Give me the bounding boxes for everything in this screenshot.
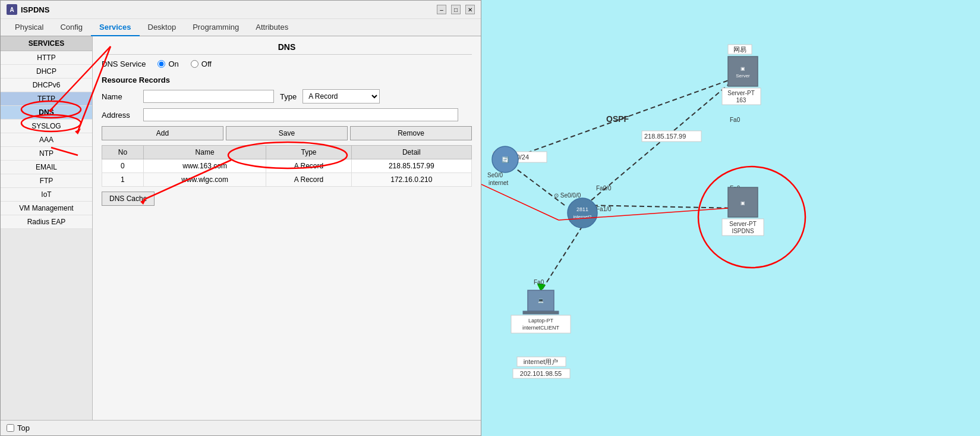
top-checkbox[interactable] [7,424,14,432]
svg-text:Fa0: Fa0 [730,117,740,123]
buttons-row: Add Save Remove [102,126,472,140]
svg-text:2811: 2811 [576,206,588,212]
svg-text:⊙ Se0/0/0: ⊙ Se0/0/0 [554,192,581,199]
col-no: No [102,146,144,159]
dns-cache-button[interactable]: DNS Cache [102,192,155,206]
tab-programming[interactable]: Programming [184,19,247,36]
service-item-aaa[interactable]: AAA [1,133,92,147]
services-sidebar: SERVICES HTTP DHCP DHCPv6 TFTP DNS SYSLO… [1,36,93,420]
name-type-row: Name Type A Record AAAA Record CNAME Rec… [102,89,472,103]
table-row: 1 www.wlgc.com A Record 172.16.0.210 [102,173,472,187]
dns-table: No Name Type Detail 0 www.163.com A Reco… [102,145,472,187]
svg-text:Fa0: Fa0 [534,279,544,286]
col-type: Type [266,146,351,159]
service-item-syslog[interactable]: SYSLOG [1,120,92,133]
remove-button[interactable]: Remove [350,126,472,140]
close-button[interactable]: ✕ [465,5,475,14]
save-button[interactable]: Save [226,126,348,140]
dns-title: DNS [102,42,472,55]
radio-off-input[interactable] [191,60,198,68]
row1-detail: 172.16.0.210 [351,173,471,187]
svg-text:Laptop-PT: Laptop-PT [528,318,554,324]
bottom-bar: Top [1,420,481,435]
row1-name: www.wlgc.com [143,173,266,187]
svg-text:202.101.98.55: 202.101.98.55 [520,370,562,377]
service-item-dhcp[interactable]: DHCP [1,65,92,79]
resource-records-title: Resource Records [102,76,472,84]
service-item-dns[interactable]: DNS [1,106,92,120]
type-select[interactable]: A Record AAAA Record CNAME Record MX Rec… [302,89,380,103]
name-label: Name [102,92,137,101]
title-bar: A ISPDNS – □ ✕ [1,1,481,19]
top-checkbox-row: Top [7,424,30,432]
svg-text:▣: ▣ [740,200,745,206]
svg-text:OSPF: OSPF [606,114,629,124]
svg-text:Server-PT: Server-PT [727,90,755,96]
row1-type: A Record [266,173,351,187]
table-row: 0 www.163.com A Record 218.85.157.99 [102,159,472,173]
services-header: SERVICES [1,36,92,51]
radio-on[interactable]: On [157,59,178,68]
row0-detail: 218.85.157.99 [351,159,471,173]
service-item-email[interactable]: EMAIL [1,161,92,174]
row1-no: 1 [102,173,144,187]
service-item-ftp[interactable]: FTP [1,174,92,188]
svg-text:🔄: 🔄 [502,156,509,164]
dns-service-row: DNS Service On Off [102,59,472,68]
tab-services[interactable]: Services [91,19,140,36]
maximize-button[interactable]: □ [451,5,461,14]
window-body: SERVICES HTTP DHCP DHCPv6 TFTP DNS SYSLO… [1,36,481,420]
tab-attributes[interactable]: Attributes [247,19,297,36]
tab-config[interactable]: Config [52,19,91,36]
window-title: ISPDNS [21,5,49,14]
radio-on-input[interactable] [157,60,165,68]
address-row: Address [102,108,472,121]
tab-physical[interactable]: Physical [7,19,52,36]
service-item-dhcpv6[interactable]: DHCPv6 [1,79,92,92]
svg-rect-54 [523,311,559,314]
service-item-iot[interactable]: IoT [1,188,92,202]
services-list: HTTP DHCP DHCPv6 TFTP DNS SYSLOG AAA NTP… [1,51,92,420]
address-label: Address [102,111,137,120]
svg-point-36 [568,198,597,228]
dns-content: DNS DNS Service On Off Resource Records [93,36,481,420]
dns-service-label: DNS Service [102,59,146,68]
row0-name: www.163.com [143,159,266,173]
svg-text:Server-PT: Server-PT [729,221,757,227]
name-input[interactable] [143,90,274,103]
service-item-tftp[interactable]: TFTP [1,92,92,106]
radio-off-label: Off [201,59,212,68]
svg-text:ISPDNS: ISPDNS [732,228,754,234]
address-input[interactable] [143,108,458,121]
radio-on-label: On [168,59,178,68]
tab-bar: Physical Config Services Desktop Program… [1,19,481,36]
minimize-button[interactable]: – [437,5,446,14]
svg-text:网易: 网易 [733,46,746,53]
network-panel: [Root] OSPF 12.1.1.0/24 218.85.157.99 ⊙ … [481,0,980,436]
type-label: Type [280,92,297,101]
network-diagram-svg: OSPF 12.1.1.0/24 218.85.157.99 ⊙ Se0/0/0… [481,0,980,436]
window-controls: – □ ✕ [437,5,475,14]
service-item-ntp[interactable]: NTP [1,147,92,161]
row0-no: 0 [102,159,144,173]
svg-text:💻: 💻 [538,297,544,303]
radio-off[interactable]: Off [191,59,212,68]
app-icon: A [7,4,17,15]
svg-text:Fa0/0: Fa0/0 [596,185,612,192]
service-item-http[interactable]: HTTP [1,51,92,65]
svg-text:Server: Server [736,73,750,79]
svg-text:Se0/0: Se0/0 [487,172,503,178]
service-item-radiuseap[interactable]: Radius EAP [1,215,92,229]
service-item-vmmanagement[interactable]: VM Management [1,202,92,215]
svg-text:▣: ▣ [740,66,745,71]
svg-text:163: 163 [736,97,746,103]
radio-group: On Off [157,59,211,68]
col-detail: Detail [351,146,471,159]
tab-desktop[interactable]: Desktop [140,19,185,36]
svg-text:218.85.157.99: 218.85.157.99 [644,133,686,140]
col-name: Name [143,146,266,159]
svg-text:internet: internet [489,180,509,186]
svg-text:Fa1/0: Fa1/0 [596,206,612,212]
svg-rect-39 [728,57,758,86]
add-button[interactable]: Add [102,126,223,140]
